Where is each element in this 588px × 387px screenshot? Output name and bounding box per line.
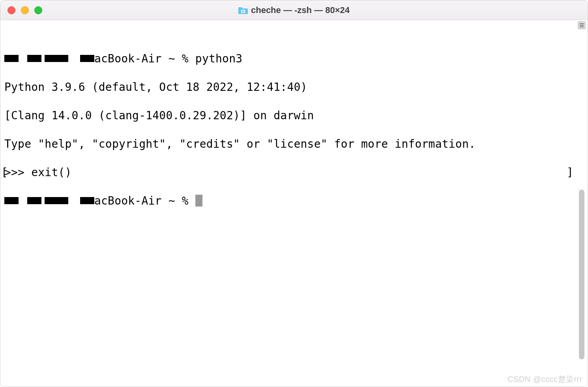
scroll-thumb[interactable] bbox=[579, 190, 584, 359]
minimize-button[interactable] bbox=[21, 6, 29, 14]
terminal-line: acBook-Air ~ % python3 bbox=[4, 52, 584, 66]
prompt-command-text: acBook-Air ~ % python3 bbox=[94, 52, 242, 65]
scrollbar[interactable] bbox=[577, 21, 586, 385]
redacted-text bbox=[45, 197, 68, 204]
redacted-text bbox=[27, 197, 41, 204]
terminal-line: Python 3.9.6 (default, Oct 18 2022, 12:4… bbox=[4, 80, 584, 94]
titlebar: cheche — -zsh — 80×24 bbox=[0, 0, 588, 20]
redacted-text bbox=[80, 197, 94, 204]
cursor bbox=[195, 195, 202, 207]
terminal-content[interactable]: acBook-Air ~ % python3 Python 3.9.6 (def… bbox=[0, 20, 588, 387]
svg-point-1 bbox=[242, 10, 244, 12]
terminal-line: [Clang 14.0.0 (clang-1400.0.29.202)] on … bbox=[4, 109, 584, 123]
bracket-left: [ bbox=[1, 165, 8, 180]
redacted-text bbox=[4, 55, 19, 62]
bracket-right: ] bbox=[567, 165, 573, 180]
scroll-options-button[interactable] bbox=[578, 21, 586, 29]
redacted-text bbox=[4, 197, 19, 204]
close-button[interactable] bbox=[7, 6, 15, 14]
scroll-track[interactable] bbox=[579, 32, 584, 385]
terminal-line: acBook-Air ~ % bbox=[4, 194, 584, 208]
terminal-line: [>>> exit()] bbox=[4, 165, 584, 180]
window-controls bbox=[7, 6, 42, 14]
folder-icon bbox=[238, 6, 248, 14]
redacted-text bbox=[27, 55, 41, 62]
maximize-button[interactable] bbox=[34, 6, 42, 14]
window-title-text: cheche — -zsh — 80×24 bbox=[251, 5, 350, 15]
redacted-text bbox=[45, 55, 68, 62]
python-exit-text: >>> exit() bbox=[4, 166, 72, 179]
window-title: cheche — -zsh — 80×24 bbox=[238, 5, 350, 15]
terminal-line: Type "help", "copyright", "credits" or "… bbox=[4, 137, 584, 151]
terminal-window: cheche — -zsh — 80×24 acBook-Air ~ % pyt… bbox=[0, 0, 588, 387]
redacted-text bbox=[80, 55, 94, 62]
prompt-text: acBook-Air ~ % bbox=[94, 194, 195, 207]
